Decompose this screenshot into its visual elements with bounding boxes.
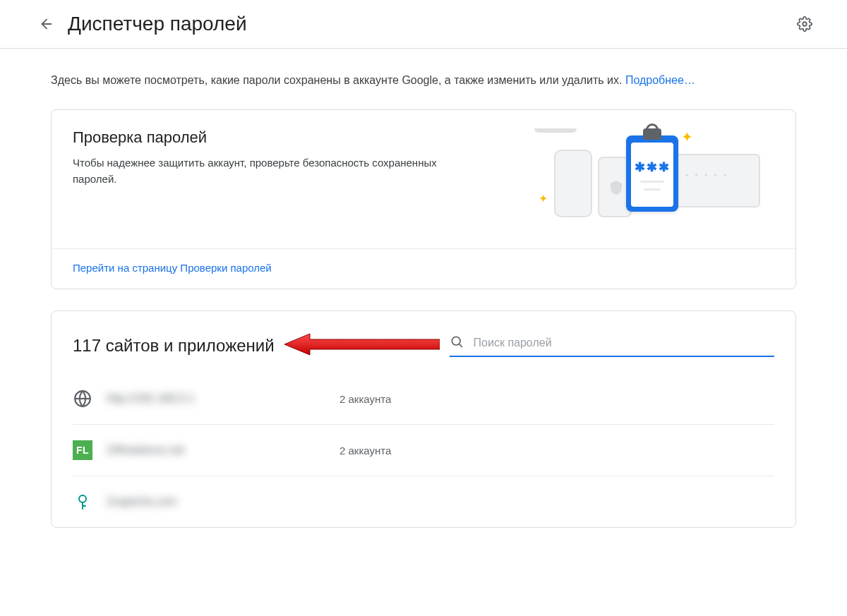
gear-icon bbox=[797, 16, 812, 32]
key-icon bbox=[74, 492, 91, 512]
settings-button[interactable] bbox=[796, 16, 813, 32]
clipboard-stars: ✱✱✱ bbox=[635, 159, 671, 175]
red-arrow-icon bbox=[284, 332, 440, 356]
checkup-desc: Чтобы надежнее защитить аккаунт, проверь… bbox=[73, 155, 440, 187]
sites-card: 117 сайтов и приложений bbox=[51, 310, 796, 528]
site-list: http://192.168.0.1 2 аккаунта FL 24freel… bbox=[52, 366, 795, 527]
intro-body: Здесь вы можете посмотреть, какие пароли… bbox=[51, 74, 625, 86]
sparkle-icon: ✦ bbox=[681, 128, 693, 145]
checkup-illustration: ✦ ✦ • • • • • ✱✱✱ bbox=[534, 128, 774, 234]
checkup-top: Проверка паролей Чтобы надежнее защитить… bbox=[52, 110, 795, 248]
globe-icon bbox=[73, 389, 92, 408]
site-account-count: 2 аккаунта bbox=[340, 445, 391, 457]
site-favicon bbox=[73, 389, 92, 409]
search-input[interactable] bbox=[472, 336, 774, 350]
sites-count-title: 117 сайтов и приложений bbox=[73, 336, 275, 356]
learn-more-link[interactable]: Подробнее… bbox=[625, 74, 695, 86]
site-name: 24freelance.net bbox=[107, 444, 340, 457]
annotation-arrow bbox=[284, 332, 440, 359]
shield-icon bbox=[608, 178, 625, 198]
search-field[interactable] bbox=[450, 334, 774, 357]
arrow-left-icon bbox=[39, 16, 54, 32]
go-to-checkup-link[interactable]: Перейти на страницу Проверки паролей bbox=[73, 262, 272, 274]
list-item[interactable]: 2captcha.com bbox=[73, 476, 774, 527]
laptop-base-illustration bbox=[534, 128, 577, 133]
site-account-count: 2 аккаунта bbox=[340, 393, 391, 405]
password-checkup-card: Проверка паролей Чтобы надежнее защитить… bbox=[51, 109, 796, 289]
intro-text: Здесь вы можете посмотреть, какие пароли… bbox=[51, 74, 796, 87]
site-favicon: FL bbox=[73, 440, 92, 460]
fl-logo-icon: FL bbox=[73, 440, 92, 460]
checkup-title: Проверка паролей bbox=[73, 128, 523, 147]
card-illustration: • • • • • bbox=[675, 154, 760, 207]
svg-line-4 bbox=[459, 344, 462, 347]
site-favicon bbox=[73, 492, 92, 512]
page-title: Диспетчер паролей bbox=[68, 13, 796, 35]
site-name: http://192.168.0.1 bbox=[107, 392, 340, 405]
phone-illustration bbox=[554, 150, 592, 217]
dots-icon: • • • • • bbox=[685, 171, 728, 181]
checkup-action-row: Перейти на страницу Проверки паролей bbox=[52, 248, 795, 289]
sites-header: 117 сайтов и приложений bbox=[52, 311, 795, 366]
site-name: 2captcha.com bbox=[107, 495, 340, 508]
svg-point-7 bbox=[79, 495, 86, 502]
list-item[interactable]: FL 24freelance.net 2 аккаунта bbox=[73, 425, 774, 476]
sparkle-icon: ✦ bbox=[539, 192, 548, 205]
svg-marker-2 bbox=[284, 334, 440, 355]
content: Здесь вы можете посмотреть, какие пароли… bbox=[0, 49, 847, 528]
search-icon bbox=[450, 334, 464, 351]
header-bar: Диспетчер паролей bbox=[0, 0, 847, 49]
checkup-text: Проверка паролей Чтобы надежнее защитить… bbox=[73, 128, 534, 234]
svg-point-3 bbox=[452, 337, 460, 345]
clipboard-illustration: ✱✱✱ bbox=[626, 135, 678, 212]
list-item[interactable]: http://192.168.0.1 2 аккаунта bbox=[73, 373, 774, 425]
back-button[interactable] bbox=[38, 16, 55, 32]
svg-point-1 bbox=[803, 22, 807, 26]
